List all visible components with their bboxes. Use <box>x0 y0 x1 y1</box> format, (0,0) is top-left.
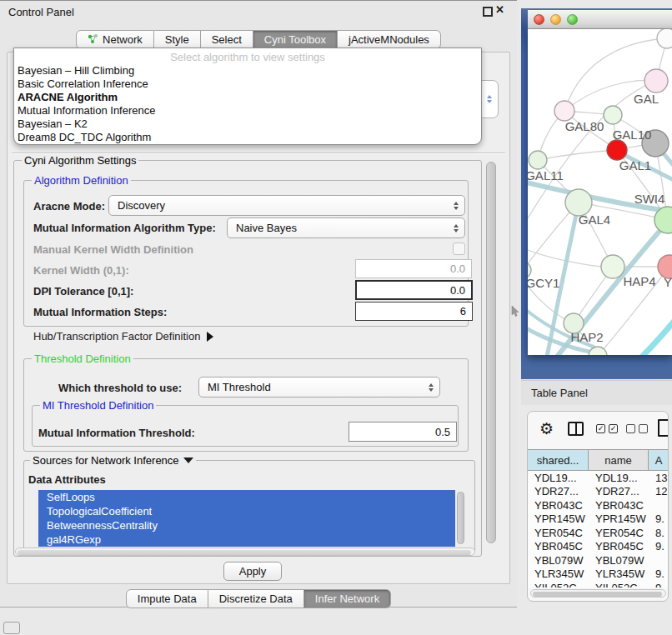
attribute-item-topologicalcoefficient[interactable]: TopologicalCoefficient <box>38 504 455 518</box>
table-body: YDL19...YDL19...13YDR27...YDR27...12YBR0… <box>528 471 669 588</box>
data-attributes-label: Data Attributes <box>28 473 106 486</box>
gear-icon[interactable]: ⚙ <box>539 419 554 438</box>
column-header-shared[interactable]: shared... <box>528 450 589 470</box>
table-hscrollbar[interactable] <box>530 589 666 598</box>
table-row[interactable]: YIL052CYIL052C9 <box>528 581 669 588</box>
checked-checkboxes-icon[interactable]: ✓ ✓ <box>596 424 618 433</box>
table-row[interactable]: YER054CYER054C8. <box>528 526 669 540</box>
manual-kernel-checkbox[interactable] <box>453 242 465 255</box>
attribute-item-selfloops[interactable]: SelfLoops <box>38 490 455 504</box>
attributes-vscrollbar[interactable] <box>457 492 464 544</box>
algorithm-item-bayesian-hill-climbing[interactable]: Bayesian – Hill Climbing <box>18 64 478 78</box>
tab-select[interactable]: Select <box>201 30 253 49</box>
table-cell: 9 <box>649 582 669 588</box>
table-cell: YLR345W <box>589 568 649 580</box>
node-hap4[interactable] <box>601 255 624 278</box>
table-row[interactable]: YBR045CYBR045C9. <box>528 540 669 554</box>
table-row[interactable]: YBL079WYBL079W <box>528 553 669 568</box>
table-row[interactable]: YPR145WYPR145W9. <box>528 512 669 527</box>
apply-button[interactable]: Apply <box>223 562 282 581</box>
table-cell: 12 <box>649 485 669 498</box>
table-row[interactable]: YDL19...YDL19...13 <box>528 471 669 485</box>
attribute-item-gal4rgexp[interactable]: gal4RGexp <box>38 532 455 547</box>
which-threshold-combo[interactable]: MI Threshold <box>198 377 440 398</box>
tab-style[interactable]: Style <box>154 30 201 49</box>
network-window-titlebar[interactable] <box>528 10 672 29</box>
dpi-tolerance-field[interactable]: 0.0 <box>355 280 473 300</box>
table-cell: YPR145W <box>589 512 649 525</box>
aracne-mode-label: Aracne Mode: <box>33 200 105 212</box>
checkbox-unchecked-icon <box>626 424 635 433</box>
mi-threshold-field[interactable]: 0.5 <box>349 422 457 442</box>
table-cell: YDR27... <box>528 485 589 498</box>
hub-expander[interactable]: Hub/Transcription Factor Definition <box>33 330 213 342</box>
control-panel-title: Control Panel <box>8 6 74 18</box>
tab-network[interactable]: Network <box>76 30 154 49</box>
close-button[interactable] <box>534 14 544 25</box>
table-panel-bar: Table Panel <box>521 380 672 405</box>
algorithm-select-placeholder: Select algorithm to view settings <box>14 51 481 63</box>
tab-label: Select <box>212 33 242 46</box>
table-cell: YER054C <box>589 527 649 539</box>
column-header-name[interactable]: name <box>589 450 649 470</box>
algorithm-item-dream8-dc-tdc-algorithm[interactable]: Dream8 DC_TDC Algorithm <box>18 131 478 144</box>
table-hscrollbar-thumb[interactable] <box>533 592 662 597</box>
table-cell: YBL079W <box>528 554 589 567</box>
algorithm-item-aracne-algorithm[interactable]: ARACNE Algorithm <box>18 91 478 104</box>
document-icon[interactable] <box>658 419 669 437</box>
settings-vscrollbar[interactable] <box>486 162 496 543</box>
table-header: shared...nameA <box>528 449 669 471</box>
tab-cyni-toolbox[interactable]: Cyni Toolbox <box>253 30 338 49</box>
mi-steps-field[interactable]: 6 <box>355 302 473 321</box>
node-label: GCY1 <box>528 276 559 290</box>
tab-discretize-data[interactable]: Discretize Data <box>208 589 304 608</box>
zoom-button[interactable] <box>567 14 578 25</box>
table-panel-box: ⚙ ✓ ✓ shared...nameA YDL19...YDL19...13Y… <box>527 411 669 602</box>
tab-impute-data[interactable]: Impute Data <box>126 589 208 608</box>
threshold-definition-legend: Threshold Definition <box>32 352 133 365</box>
tab-jactivemnodules[interactable]: jActiveMNodules <box>338 30 441 49</box>
float-icon[interactable] <box>483 7 493 17</box>
data-attributes-list[interactable]: SelfLoopsTopologicalCoefficientBetweenne… <box>38 490 455 547</box>
checkbox-checked-icon: ✓ <box>609 424 618 433</box>
attributes-hscrollbar[interactable] <box>15 548 475 556</box>
sources-legend[interactable]: Sources for Network Inference <box>30 454 196 467</box>
table-cell: 8. <box>649 527 669 539</box>
algorithm-select-popup: Select algorithm to view settings Bayesi… <box>13 48 482 145</box>
node-gal11[interactable] <box>529 151 547 169</box>
algorithm-item-bayesian-k2[interactable]: Bayesian – K2 <box>18 118 478 131</box>
chevron-right-icon <box>207 332 213 342</box>
node-mid[interactable] <box>604 106 622 124</box>
minimize-button[interactable] <box>550 14 561 25</box>
mi-type-combo[interactable]: Naive Bayes <box>227 218 465 238</box>
column-header-a[interactable]: A <box>649 450 669 470</box>
algorithm-item-basic-correlation-inference[interactable]: Basic Correlation Inference <box>18 78 478 91</box>
tab-infer-network[interactable]: Infer Network <box>304 589 391 608</box>
aracne-mode-combo[interactable]: Discovery <box>108 195 465 216</box>
unchecked-checkboxes-icon[interactable] <box>626 424 648 433</box>
node-gal80[interactable] <box>554 101 574 121</box>
network-edge <box>640 322 672 355</box>
node-label: GAL80 <box>565 119 604 133</box>
attribute-item-betweennesscentrality[interactable]: BetweennessCentrality <box>38 518 455 532</box>
table-row[interactable]: YBR043CYBR043C <box>528 498 669 512</box>
table-cell: YLR345W <box>528 568 589 580</box>
table-row[interactable]: YLR345WYLR345W9. <box>528 568 669 582</box>
kernel-width-label: Kernel Width (0,1): <box>33 264 129 277</box>
kernel-width-field[interactable]: 0.0 <box>355 259 472 278</box>
node-gal-clipped[interactable] <box>644 69 668 92</box>
node-gal1[interactable] <box>607 140 627 160</box>
table-row[interactable]: YDR27...YDR27...12 <box>528 485 669 499</box>
split-columns-icon[interactable] <box>568 422 584 436</box>
stepper-icon <box>454 224 459 232</box>
close-icon[interactable]: ✕ <box>495 3 504 16</box>
table-cell: YDL19... <box>528 472 589 484</box>
algorithm-item-mutual-information-inference[interactable]: Mutual Information Inference <box>18 104 478 118</box>
network-icon <box>88 33 98 47</box>
table-cell: YBR043C <box>528 499 589 512</box>
node-top[interactable] <box>657 29 672 48</box>
mi-type-value: Naive Bayes <box>236 222 297 234</box>
top-tab-bar: NetworkStyleSelectCyni ToolboxjActiveMNo… <box>0 30 517 49</box>
collapsed-panel-icon[interactable] <box>3 622 20 634</box>
attributes-hscrollbar-thumb[interactable] <box>18 550 471 555</box>
